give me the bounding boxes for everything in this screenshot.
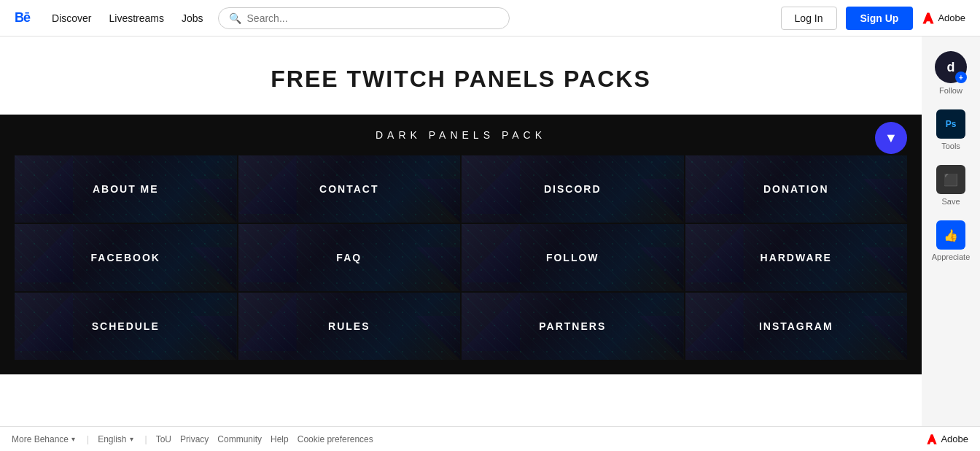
panel-label-partners: PARTNERS xyxy=(539,320,606,332)
adobe-logo: Adobe xyxy=(922,12,965,25)
avatar-letter: d xyxy=(947,60,955,75)
thumbs-up-icon: 👍 xyxy=(944,228,958,242)
footer-tou[interactable]: ToU xyxy=(156,434,171,444)
main-nav: Discover Livestreams Jobs xyxy=(52,12,203,24)
project-title: FREE TWITCH PANELS PACKS xyxy=(15,66,907,93)
main-content: FREE TWITCH PANELS PACKS DARK PANELS PAC… xyxy=(0,36,980,426)
panel-faq[interactable]: FAQ xyxy=(238,224,461,291)
search-bar[interactable]: 🔍 xyxy=(218,7,510,29)
panel-label-contact: CONTACT xyxy=(319,183,378,195)
author-follow[interactable]: d + Follow xyxy=(935,51,967,95)
adobe-icon xyxy=(922,12,935,25)
header-actions: Log In Sign Up Adobe xyxy=(781,7,965,30)
chevron-down-icon: ▾ xyxy=(71,435,75,443)
project-title-section: FREE TWITCH PANELS PACKS xyxy=(0,36,922,115)
footer-links: ToU Privacy Community Help Cookie prefer… xyxy=(156,434,373,444)
panel-about-me[interactable]: ABOUT ME xyxy=(15,155,237,223)
footer-privacy[interactable]: Privacy xyxy=(180,434,209,444)
footer-language[interactable]: English ▾ xyxy=(98,434,133,444)
ps-icon: Ps xyxy=(946,119,957,129)
panel-label-facebook: FACEBOOK xyxy=(91,252,160,263)
footer: More Behance ▾ | English ▾ | ToU Privacy… xyxy=(0,426,980,451)
panel-hardware[interactable]: HARDWARE xyxy=(685,224,908,291)
content-area: FREE TWITCH PANELS PACKS DARK PANELS PAC… xyxy=(0,36,922,426)
follow-label: Follow xyxy=(939,86,962,95)
panel-label-discord: DISCORD xyxy=(544,183,602,195)
footer-more-behance[interactable]: More Behance ▾ xyxy=(12,434,75,444)
save-label: Save xyxy=(941,197,960,206)
appreciate-icon-box: 👍 xyxy=(936,220,965,250)
search-icon: 🔍 xyxy=(229,12,241,24)
panel-label-instagram: INSTAGRAM xyxy=(759,320,833,332)
adobe-footer-icon xyxy=(926,433,938,445)
signup-button[interactable]: Sign Up xyxy=(846,7,914,30)
panel-label-follow: FOLLOW xyxy=(546,252,599,263)
panel-label-about-me: ABOUT ME xyxy=(93,183,159,195)
footer-divider2: | xyxy=(145,434,147,444)
tools-action[interactable]: Ps Tools xyxy=(936,109,965,150)
panel-label-schedule: SCHEDULE xyxy=(92,320,160,332)
panel-facebook[interactable]: FACEBOOK xyxy=(15,224,237,291)
panel-follow[interactable]: FOLLOW xyxy=(462,224,684,291)
footer-divider: | xyxy=(87,434,89,444)
dark-panel-title: DARK PANELS PACK xyxy=(15,129,907,141)
footer-community[interactable]: Community xyxy=(217,434,262,444)
panel-donation[interactable]: DONATION xyxy=(685,155,908,223)
panels-grid: ABOUT ME CONTACT DISCORD xyxy=(15,155,907,360)
save-icon-box: ⬛ xyxy=(936,165,965,194)
header: Bē Discover Livestreams Jobs 🔍 Log In Si… xyxy=(0,0,980,36)
tools-label: Tools xyxy=(941,142,960,150)
panel-rules[interactable]: RULES xyxy=(238,293,461,360)
save-action[interactable]: ⬛ Save xyxy=(936,165,965,206)
search-input[interactable] xyxy=(247,12,499,24)
login-button[interactable]: Log In xyxy=(781,7,837,30)
v-icon: ▼ xyxy=(875,122,907,154)
ps-icon-box: Ps xyxy=(936,109,965,139)
panel-label-faq: FAQ xyxy=(336,252,362,263)
dark-panel: DARK PANELS PACK ▼ ABOUT ME CONTACT xyxy=(0,115,922,374)
footer-cookie[interactable]: Cookie preferences xyxy=(298,434,373,444)
panel-contact[interactable]: CONTACT xyxy=(238,155,461,223)
panel-instagram[interactable]: INSTAGRAM xyxy=(685,293,908,360)
panel-label-rules: RULES xyxy=(328,320,370,332)
nav-jobs[interactable]: Jobs xyxy=(182,12,203,24)
avatar-plus-icon: + xyxy=(955,72,967,83)
footer-help[interactable]: Help xyxy=(271,434,289,444)
nav-discover[interactable]: Discover xyxy=(52,12,91,24)
save-icon: ⬛ xyxy=(944,173,958,187)
right-sidebar: d + Follow Ps Tools ⬛ Save 👍 Appreciate xyxy=(922,36,980,426)
panel-partners[interactable]: PARTNERS xyxy=(462,293,684,360)
author-avatar[interactable]: d + xyxy=(935,51,967,83)
panel-discord[interactable]: DISCORD xyxy=(462,155,684,223)
panel-schedule[interactable]: SCHEDULE xyxy=(15,293,237,360)
behance-logo[interactable]: Bē xyxy=(15,10,30,26)
footer-adobe: Adobe xyxy=(926,433,968,445)
nav-livestreams[interactable]: Livestreams xyxy=(109,12,163,24)
appreciate-label: Appreciate xyxy=(932,253,971,261)
appreciate-action[interactable]: 👍 Appreciate xyxy=(932,220,971,261)
panel-label-hardware: HARDWARE xyxy=(761,252,832,263)
panel-label-donation: DONATION xyxy=(763,183,829,195)
language-chevron-icon: ▾ xyxy=(130,435,133,443)
